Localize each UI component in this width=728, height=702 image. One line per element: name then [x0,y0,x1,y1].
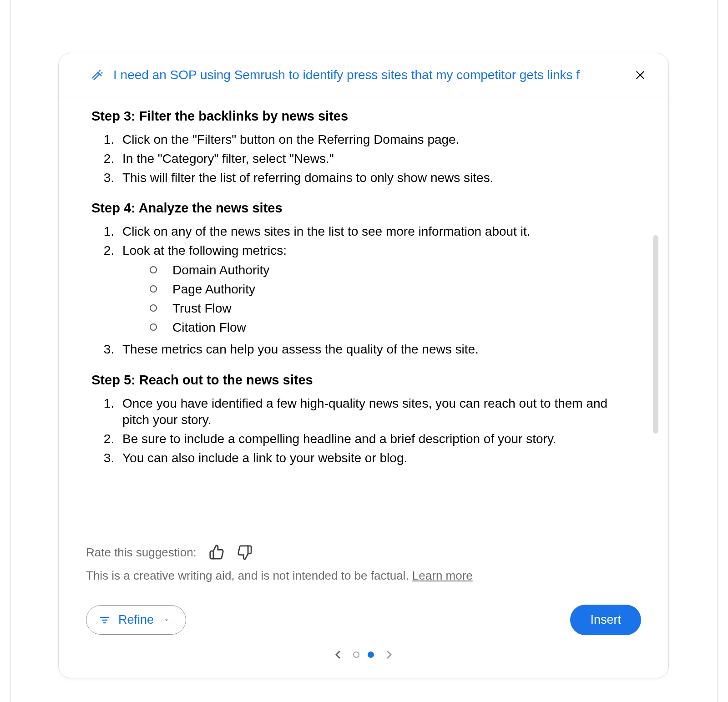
list-item: Citation Flow [150,318,632,337]
prompt-text: I need an SOP using Semrush to identify … [113,68,612,82]
list-item: These metrics can help you assess the qu… [118,340,632,359]
rate-row: Rate this suggestion: [86,544,641,561]
step3-heading: Step 3: Filter the backlinks by news sit… [91,109,641,124]
disclaimer-body: This is a creative writing aid, and is n… [86,569,412,582]
outer-left-border [10,0,11,702]
chevron-down-icon [163,616,170,624]
list-item: Once you have identified a few high-qual… [118,394,632,429]
list-item: Page Authority [150,280,632,299]
card-header: I need an SOP using Semrush to identify … [59,53,668,97]
list-item-text: Look at the following metrics: [122,243,287,258]
insert-button[interactable]: Insert [570,605,641,635]
suggestion-card: I need an SOP using Semrush to identify … [58,53,669,678]
thumbs-up-button[interactable] [208,544,225,561]
list-item: Click on the "Filters" button on the Ref… [118,130,632,149]
pager-row [86,648,641,662]
step5-list: Once you have identified a few high-qual… [100,394,641,467]
prev-button[interactable] [331,648,345,662]
metrics-list: Domain Authority Page Authority Trust Fl… [150,261,632,337]
magic-pen-icon [91,69,103,81]
step4-list: Click on any of the news sites in the li… [100,222,641,359]
outer-right-border [717,0,718,702]
close-button[interactable] [630,65,650,85]
list-item: This will filter the list of referring d… [118,168,632,187]
list-item: Domain Authority [150,261,632,280]
filter-icon [99,615,110,626]
list-item: Trust Flow [150,299,632,318]
step3-list: Click on the "Filters" button on the Ref… [100,130,641,187]
list-item: In the "Category" filter, select "News." [118,149,632,168]
thumbs-down-button[interactable] [237,544,253,561]
refine-label: Refine [118,613,154,627]
learn-more-link[interactable]: Learn more [412,569,473,582]
list-item: Look at the following metrics: Domain Au… [118,241,632,340]
step4-heading: Step 4: Analyze the news sites [91,201,641,216]
list-item: Click on any of the news sites in the li… [118,222,632,241]
list-item: Be sure to include a compelling headline… [118,429,632,449]
disclaimer-text: This is a creative writing aid, and is n… [86,569,641,583]
refine-button[interactable]: Refine [86,605,186,635]
content-area: Step 3: Filter the backlinks by news sit… [59,95,668,541]
scrollbar-thumb[interactable] [653,235,658,434]
card-footer: Rate this suggestion: This is a creative… [86,544,641,662]
step5-heading: Step 5: Reach out to the news sites [91,373,641,388]
list-item: You can also include a link to your webs… [118,449,632,468]
next-button[interactable] [382,648,396,662]
pager-dot-2[interactable] [368,651,374,658]
pager-dot-1[interactable] [353,651,359,658]
rate-label: Rate this suggestion: [86,545,197,560]
button-row: Refine Insert [86,605,641,635]
